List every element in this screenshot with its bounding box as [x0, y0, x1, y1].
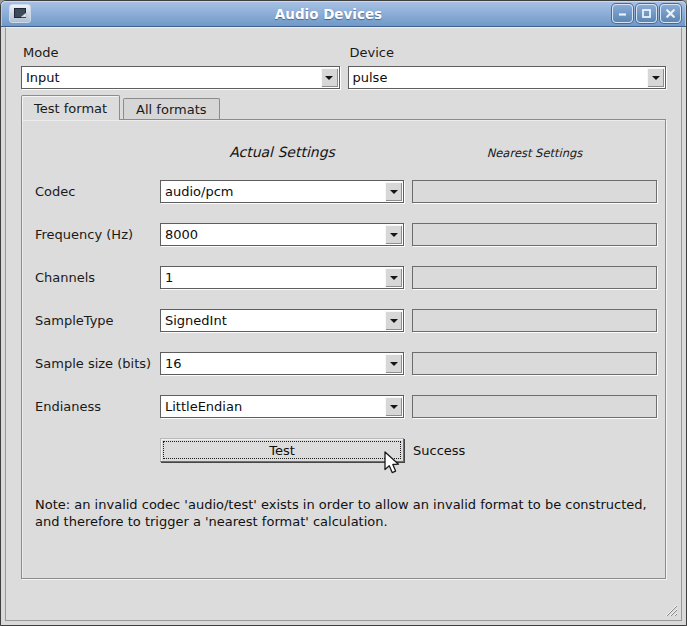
- actual-settings-header: Actual Settings: [160, 144, 404, 160]
- endianess-value: LittleEndian: [165, 399, 242, 414]
- window-menu-icon[interactable]: [9, 4, 31, 23]
- tab-bar: Test format All formats: [21, 95, 666, 119]
- chevron-down-icon: [385, 397, 402, 416]
- endianess-row: Endianess LittleEndian: [35, 395, 653, 418]
- channels-value: 1: [165, 270, 173, 285]
- close-button[interactable]: [660, 4, 681, 23]
- sampletype-label: SampleType: [35, 313, 160, 328]
- audio-devices-window: Audio Devices Mode: [0, 0, 687, 626]
- frequency-row: Frequency (Hz) 8000: [35, 223, 653, 246]
- close-icon: [665, 8, 676, 19]
- channels-select[interactable]: 1: [160, 266, 404, 289]
- endianess-label: Endianess: [35, 399, 160, 414]
- nearest-settings-header: Nearest Settings: [412, 146, 657, 160]
- format-rows: Codec audio/pcm Frequency (Hz) 8000: [35, 180, 653, 418]
- resize-grip-icon[interactable]: [662, 601, 678, 617]
- chevron-down-icon: [385, 311, 402, 330]
- frequency-value: 8000: [165, 227, 198, 242]
- samplesize-row: Sample size (bits) 16: [35, 352, 653, 375]
- note-text: Note: an invalid codec 'audio/test' exis…: [35, 496, 653, 530]
- mode-label: Mode: [23, 45, 340, 60]
- window-controls: [609, 4, 681, 23]
- codec-row: Codec audio/pcm: [35, 180, 653, 203]
- test-button-label: Test: [269, 443, 295, 458]
- sampletype-select[interactable]: SignedInt: [160, 309, 404, 332]
- window-content: Mode Input Device pulse Test format All …: [5, 27, 682, 621]
- maximize-icon: [641, 8, 652, 19]
- settings-headers: Actual Settings Nearest Settings: [35, 144, 653, 160]
- codec-value: audio/pcm: [165, 184, 233, 199]
- mode-value: Input: [26, 70, 60, 85]
- window-title: Audio Devices: [61, 6, 596, 22]
- endianess-select[interactable]: LittleEndian: [160, 395, 404, 418]
- chevron-down-icon: [385, 268, 402, 287]
- device-field: Device pulse: [348, 45, 667, 89]
- channels-row: Channels 1: [35, 266, 653, 289]
- maximize-button[interactable]: [636, 4, 657, 23]
- codec-select[interactable]: audio/pcm: [160, 180, 404, 203]
- frequency-label: Frequency (Hz): [35, 227, 160, 242]
- channels-label: Channels: [35, 270, 160, 285]
- chevron-down-icon: [647, 68, 664, 87]
- sampletype-nearest-field: [412, 309, 657, 332]
- codec-nearest-field: [412, 180, 657, 203]
- titlebar[interactable]: Audio Devices: [1, 1, 686, 27]
- samplesize-select[interactable]: 16: [160, 352, 404, 375]
- sampletype-row: SampleType SignedInt: [35, 309, 653, 332]
- codec-label: Codec: [35, 184, 160, 199]
- samplesize-label: Sample size (bits): [35, 356, 160, 371]
- tab-test-format[interactable]: Test format: [21, 95, 120, 120]
- test-row: Test Success: [35, 438, 653, 462]
- chevron-down-icon: [321, 68, 338, 87]
- mode-device-row: Mode Input Device pulse: [21, 45, 666, 89]
- mode-select[interactable]: Input: [21, 66, 340, 89]
- chevron-down-icon: [385, 354, 402, 373]
- frequency-nearest-field: [412, 223, 657, 246]
- device-value: pulse: [353, 70, 388, 85]
- sampletype-value: SignedInt: [165, 313, 227, 328]
- mode-field: Mode Input: [21, 45, 340, 89]
- minimize-icon: [617, 8, 628, 19]
- samplesize-value: 16: [165, 356, 182, 371]
- endianess-nearest-field: [412, 395, 657, 418]
- chevron-down-icon: [385, 182, 402, 201]
- chevron-down-icon: [385, 225, 402, 244]
- test-button[interactable]: Test: [160, 438, 404, 462]
- channels-nearest-field: [412, 266, 657, 289]
- samplesize-nearest-field: [412, 352, 657, 375]
- frequency-select[interactable]: 8000: [160, 223, 404, 246]
- device-select[interactable]: pulse: [348, 66, 667, 89]
- test-result-text: Success: [413, 443, 465, 458]
- window-icon-glyph: [14, 8, 27, 19]
- device-label: Device: [350, 45, 667, 60]
- minimize-button[interactable]: [612, 4, 633, 23]
- tab-all-formats[interactable]: All formats: [123, 98, 219, 119]
- test-format-panel: Actual Settings Nearest Settings Codec a…: [21, 119, 666, 579]
